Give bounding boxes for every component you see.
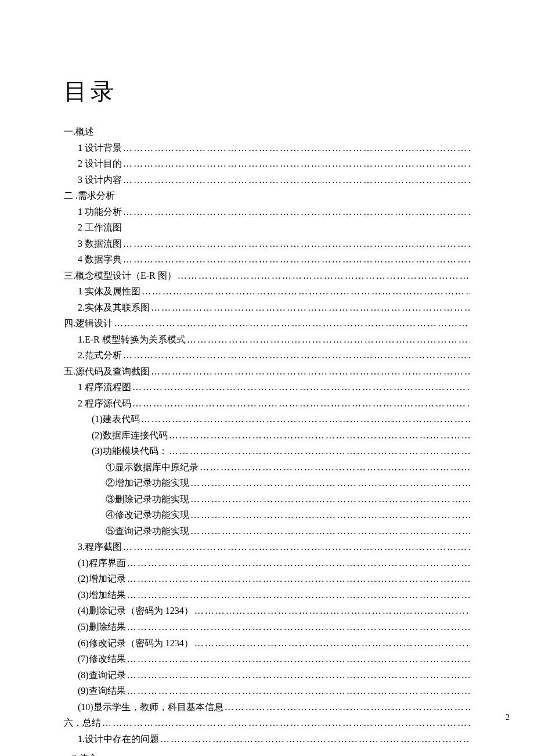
- toc-entry-label: 2 设计目的: [78, 156, 122, 172]
- toc-entry: 2.实体及其联系图: [64, 300, 470, 316]
- toc-entry: 2 工作流图: [64, 219, 470, 236]
- toc-entry: (2)增加记录: [64, 571, 470, 587]
- toc-entry: 一.概述: [64, 124, 470, 140]
- toc-entry-label: 3 设计内容: [78, 172, 122, 188]
- document-page: 目录 一.概述1 设计背景2 设计目的3 设计内容二 .需求分析1 功能分析2 …: [0, 0, 534, 756]
- toc-entry: 1 程序流程图: [64, 379, 470, 395]
- toc-entry-label: (6)修改记录（密码为 1234）: [78, 635, 193, 651]
- toc-leader-dots: [99, 750, 470, 756]
- toc-entry: 2 程序源代码: [64, 395, 470, 412]
- toc-entry-label: 1 程序流程图: [78, 379, 131, 395]
- toc-leader-dots: [123, 251, 470, 268]
- toc-leader-dots: [190, 507, 470, 523]
- toc-leader-dots: [200, 459, 470, 476]
- toc-entry: 4 数据字典: [64, 251, 470, 268]
- toc-entry: 1 实体及属性图: [64, 283, 470, 300]
- toc-leader-dots: [123, 347, 470, 363]
- toc-leader-dots: [132, 379, 470, 395]
- toc-leader-dots: [123, 140, 470, 156]
- toc-entry-label: (2)增加记录: [78, 571, 126, 587]
- toc-leader-dots: [127, 683, 470, 699]
- toc-entry: 四.逻辑设计: [64, 315, 470, 332]
- toc-entry-label: 五.源代码及查询截图: [64, 363, 150, 380]
- toc-leader-dots: [169, 443, 470, 459]
- toc-entry-label: 1.E-R 模型转换为关系模式: [78, 332, 186, 348]
- toc-leader-dots: [190, 491, 470, 507]
- toc-entry-label: 3 数据流图: [78, 236, 122, 252]
- toc-leader-dots: [141, 411, 470, 427]
- toc-leader-dots: [123, 539, 470, 555]
- toc-leader-dots: [127, 651, 470, 667]
- toc-entry-label: ②增加记录功能实现: [106, 475, 189, 491]
- toc-entry-label: ③删除记录功能实现: [106, 491, 189, 507]
- toc-entry: 1 设计背景: [64, 140, 470, 156]
- toc-entry-label: 1 实体及属性图: [78, 283, 140, 300]
- toc-entry: 2.体会: [64, 750, 470, 756]
- toc-entry: 2.范式分析: [64, 347, 470, 363]
- toc-entry: (6)修改记录（密码为 1234）: [64, 635, 470, 651]
- toc-leader-dots: [123, 236, 470, 252]
- toc-title: 目录: [64, 75, 470, 107]
- toc-entry: (4)删除记录（密码为 1234）: [64, 603, 470, 619]
- toc-entry: (9)查询结果: [64, 683, 470, 699]
- toc-entry-label: (3)增加结果: [78, 587, 126, 603]
- table-of-contents: 一.概述1 设计背景2 设计目的3 设计内容二 .需求分析1 功能分析2 工作流…: [64, 124, 470, 756]
- toc-leader-dots: [190, 475, 470, 491]
- toc-entry-label: (7)修改结果: [78, 651, 126, 667]
- toc-entry-label: 六．总结: [64, 715, 101, 731]
- page-number: 2: [506, 713, 510, 722]
- toc-entry-label: (10)显示学生，教师，科目基本信息: [78, 699, 223, 715]
- toc-leader-dots: [142, 283, 470, 300]
- toc-entry: 1.E-R 模型转换为关系模式: [64, 332, 470, 348]
- toc-entry-label: 三.概念模型设计（E-R 图）: [64, 268, 176, 284]
- toc-entry-label: 2.实体及其联系图: [78, 300, 150, 316]
- toc-entry-label: 1 功能分析: [78, 204, 122, 220]
- toc-entry-label: 2.范式分析: [78, 347, 122, 363]
- toc-entry-label: ①显示数据库中原纪录: [106, 459, 199, 476]
- toc-entry-label: ⑤查询记录功能实现: [106, 523, 189, 539]
- toc-entry-label: 四.逻辑设计: [64, 315, 113, 332]
- toc-leader-dots: [151, 363, 470, 380]
- toc-leader-dots: [132, 395, 470, 412]
- toc-entry: (7)修改结果: [64, 651, 470, 667]
- toc-entry: (3)功能模块代码：: [64, 443, 470, 459]
- toc-entry: (5)删除结果: [64, 619, 470, 635]
- toc-entry-label: (4)删除记录（密码为 1234）: [78, 603, 193, 619]
- toc-entry-label: (2)数据库连接代码: [92, 427, 168, 444]
- toc-entry: (8)查询记录: [64, 667, 470, 683]
- toc-entry: (3)增加结果: [64, 587, 470, 603]
- toc-entry: (10)显示学生，教师，科目基本信息: [64, 699, 470, 715]
- toc-leader-dots: [151, 300, 470, 316]
- toc-leader-dots: [127, 619, 470, 635]
- toc-entry: 三.概念模型设计（E-R 图）: [64, 268, 470, 284]
- toc-entry-label: 二 .需求分析: [64, 188, 115, 204]
- toc-entry: 二 .需求分析: [64, 188, 470, 204]
- toc-entry-label: 2 程序源代码: [78, 395, 131, 412]
- toc-leader-dots: [127, 587, 470, 603]
- toc-entry: 1.设计中存在的问题: [64, 731, 470, 747]
- toc-entry: ①显示数据库中原纪录: [64, 459, 470, 476]
- toc-leader-dots: [102, 715, 470, 731]
- toc-leader-dots: [178, 268, 470, 284]
- toc-leader-dots: [169, 427, 470, 444]
- toc-entry: 3 数据流图: [64, 236, 470, 252]
- toc-entry: 3 设计内容: [64, 172, 470, 188]
- toc-entry: 五.源代码及查询截图: [64, 363, 470, 380]
- toc-entry-label: (8)查询记录: [78, 667, 126, 683]
- toc-leader-dots: [127, 555, 470, 571]
- toc-leader-dots: [127, 667, 470, 683]
- toc-entry: 六．总结: [64, 715, 470, 731]
- toc-entry-label: 2.体会: [72, 750, 98, 756]
- toc-leader-dots: [123, 172, 470, 188]
- toc-leader-dots: [127, 571, 470, 587]
- toc-leader-dots: [190, 523, 470, 539]
- toc-entry: ②增加记录功能实现: [64, 475, 470, 491]
- toc-entry: (2)数据库连接代码: [64, 427, 470, 444]
- toc-entry: (1)建表代码: [64, 411, 470, 427]
- toc-entry: ④修改记录功能实现: [64, 507, 470, 523]
- toc-entry-label: 一.概述: [64, 124, 94, 140]
- toc-entry-label: 1.设计中存在的问题: [78, 731, 159, 747]
- toc-entry: 3.程序截图: [64, 539, 470, 555]
- toc-entry: 2 设计目的: [64, 156, 470, 172]
- toc-entry: 1 功能分析: [64, 204, 470, 220]
